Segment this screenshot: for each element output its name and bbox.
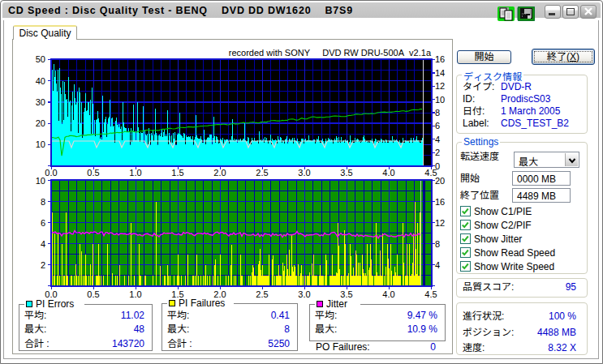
svg-text:1.0: 1.0 bbox=[129, 168, 141, 178]
svg-text:4.0: 4.0 bbox=[382, 168, 394, 178]
svg-text:1.0: 1.0 bbox=[129, 289, 141, 299]
svg-text:8: 8 bbox=[41, 197, 45, 207]
svg-text:10: 10 bbox=[435, 95, 445, 105]
svg-text:8: 8 bbox=[435, 108, 440, 118]
svg-text:16: 16 bbox=[435, 197, 445, 207]
svg-text:3.0: 3.0 bbox=[298, 289, 310, 299]
svg-text:50: 50 bbox=[36, 54, 45, 64]
svg-text:0.0: 0.0 bbox=[45, 168, 57, 178]
svg-text:16: 16 bbox=[435, 54, 445, 64]
svg-text:12: 12 bbox=[435, 218, 445, 228]
svg-text:2.5: 2.5 bbox=[256, 289, 268, 299]
svg-text:12: 12 bbox=[435, 81, 445, 91]
svg-text:3.5: 3.5 bbox=[340, 168, 352, 178]
svg-text:6: 6 bbox=[435, 121, 440, 131]
svg-text:4: 4 bbox=[435, 135, 440, 144]
svg-text:10: 10 bbox=[36, 139, 45, 149]
svg-text:4.0: 4.0 bbox=[382, 289, 394, 299]
svg-text:4.5: 4.5 bbox=[424, 289, 437, 299]
svg-text:0.5: 0.5 bbox=[87, 289, 99, 299]
svg-text:recorded with SONY DVD RW: recorded with SONY DVD RW DRU-500A v2.1a bbox=[229, 48, 432, 58]
svg-text:20: 20 bbox=[435, 176, 445, 186]
svg-text:6: 6 bbox=[41, 218, 45, 228]
svg-text:8: 8 bbox=[435, 239, 440, 249]
svg-text:30: 30 bbox=[36, 97, 45, 107]
svg-text:4: 4 bbox=[41, 239, 45, 249]
svg-text:2: 2 bbox=[41, 260, 45, 270]
svg-text:3.0: 3.0 bbox=[298, 168, 310, 178]
svg-text:2.5: 2.5 bbox=[256, 168, 268, 178]
svg-text:10: 10 bbox=[36, 176, 45, 186]
svg-text:40: 40 bbox=[36, 76, 45, 86]
svg-text:20: 20 bbox=[36, 118, 45, 128]
svg-text:2: 2 bbox=[435, 148, 440, 157]
svg-text:14: 14 bbox=[435, 68, 445, 78]
svg-text:0.5: 0.5 bbox=[87, 168, 99, 178]
svg-text:2.0: 2.0 bbox=[213, 168, 226, 178]
svg-text:4: 4 bbox=[435, 260, 440, 270]
svg-text:1.5: 1.5 bbox=[171, 168, 183, 178]
svg-text:0: 0 bbox=[435, 161, 440, 171]
